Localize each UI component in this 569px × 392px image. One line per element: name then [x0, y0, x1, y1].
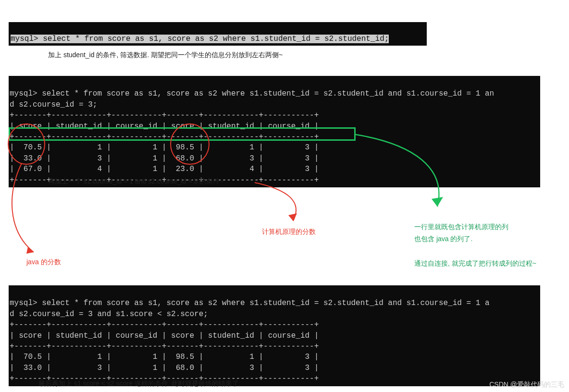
b3-header: | score | student_id | course_id | score…: [10, 331, 319, 340]
b3-row1: | 70.5 | 1 | 1 | 98.5 | 1 | 3 |: [10, 353, 319, 361]
note-cs-score: 计算机原理的分数: [262, 228, 316, 236]
b2-query-l1: mysql> select * from score as s1, score …: [10, 89, 494, 98]
caption-2: 再加上一个 s1.course_id = 1 and s2.course_id …: [48, 177, 223, 186]
note-green: 一行里就既包含计算机原理的列 也包含 java 的列了. 通过自连接, 就完成了…: [414, 221, 536, 270]
b2-row1: | 70.5 | 1 | 1 | 98.5 | 1 | 3 |: [10, 143, 319, 152]
green-line-2: 也包含 java 的列了.: [414, 235, 472, 243]
b3-sep-top: +-------+------------+-----------+------…: [10, 320, 319, 329]
sql-line-1: mysql> select * from score as s1, score …: [11, 35, 389, 43]
terminal-block-3: mysql> select * from score as s1, score …: [9, 285, 540, 386]
red-arrow-right-head: [288, 213, 297, 221]
watermark: CSDN @爱敲代码的三毛: [489, 380, 564, 389]
red-arrow-right: [255, 183, 296, 221]
caption-1: 加上 student_id 的条件, 筛选数据. 期望把同一个学生的信息分别放到…: [48, 51, 283, 60]
green-arrow-head: [432, 197, 443, 207]
b2-query-l2: d s2.course_id = 3;: [10, 100, 97, 109]
b2-row3: | 67.0 | 4 | 1 | 23.0 | 4 | 3 |: [10, 165, 319, 173]
green-line-3: 通过自连接, 就完成了把行转成列的过程~: [414, 259, 536, 267]
note-java-score: java 的分数: [26, 258, 61, 267]
b2-sep-top: +-------+------------+-----------+------…: [10, 111, 319, 120]
b3-query-l1: mysql> select * from score as s1, score …: [10, 299, 490, 307]
green-line-1: 一行里就既包含计算机原理的列: [414, 223, 508, 231]
caption-3: 最后再加上 s1.score < s2.score 这样的条件. 此时就是最终的…: [38, 380, 241, 388]
red-arrow-left-head: [26, 247, 34, 254]
b2-row2: | 33.0 | 3 | 1 | 68.0 | 3 | 3 |: [10, 154, 319, 163]
green-highlight-box: [9, 127, 356, 141]
b3-query-l2: d s2.course_id = 3 and s1.score < s2.sco…: [10, 310, 208, 318]
terminal-block-1: mysql> select * from score as s1, score …: [9, 22, 427, 46]
b3-row2: | 33.0 | 3 | 1 | 68.0 | 3 | 3 |: [10, 364, 319, 372]
b3-sep-mid: +-------+------------+-----------+------…: [10, 342, 319, 351]
